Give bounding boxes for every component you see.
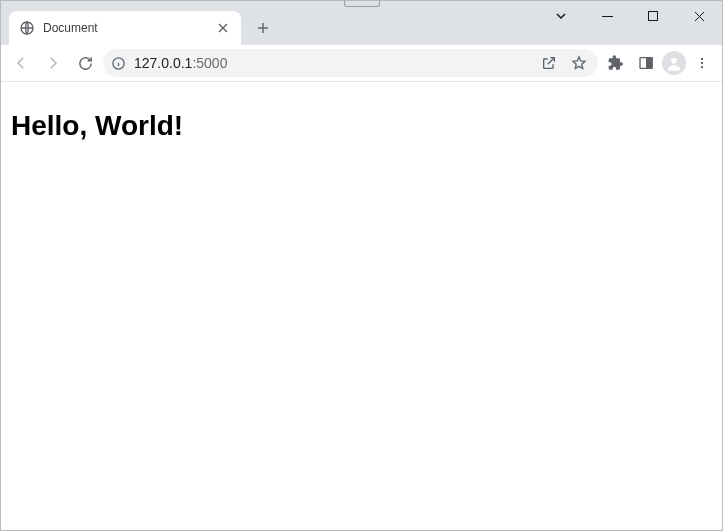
minimize-button[interactable] <box>584 1 630 31</box>
bookmark-button[interactable] <box>568 49 590 77</box>
url-host: 127.0.0.1 <box>134 55 192 71</box>
address-bar[interactable]: 127.0.0.1:5000 <box>103 49 598 77</box>
menu-button[interactable] <box>688 49 716 77</box>
tab-title: Document <box>43 21 207 35</box>
page-viewport: Hello, World! <box>1 82 722 152</box>
profile-avatar[interactable] <box>662 51 686 75</box>
tab-search-button[interactable] <box>538 1 584 31</box>
browser-titlebar: Document <box>1 1 722 45</box>
globe-icon <box>19 20 35 36</box>
back-button[interactable] <box>7 49 35 77</box>
toolbar-right <box>602 49 716 77</box>
new-tab-button[interactable] <box>249 14 277 42</box>
svg-point-7 <box>671 58 677 64</box>
site-info-icon[interactable] <box>111 56 126 71</box>
maximize-button[interactable] <box>630 1 676 31</box>
svg-point-8 <box>701 58 703 60</box>
browser-toolbar: 127.0.0.1:5000 <box>1 45 722 82</box>
close-window-button[interactable] <box>676 1 722 31</box>
svg-point-10 <box>701 66 703 68</box>
close-tab-button[interactable] <box>215 20 231 36</box>
drag-handle[interactable] <box>344 1 380 7</box>
window-controls <box>538 1 722 31</box>
extensions-button[interactable] <box>602 49 630 77</box>
url-port: :5000 <box>192 55 227 71</box>
browser-tab[interactable]: Document <box>9 11 241 45</box>
svg-rect-1 <box>649 12 658 21</box>
reload-button[interactable] <box>71 49 99 77</box>
share-button[interactable] <box>538 49 560 77</box>
svg-point-9 <box>701 62 703 64</box>
page-heading: Hello, World! <box>11 110 712 142</box>
svg-rect-6 <box>647 58 652 69</box>
forward-button[interactable] <box>39 49 67 77</box>
side-panel-button[interactable] <box>632 49 660 77</box>
url-text: 127.0.0.1:5000 <box>134 55 530 71</box>
